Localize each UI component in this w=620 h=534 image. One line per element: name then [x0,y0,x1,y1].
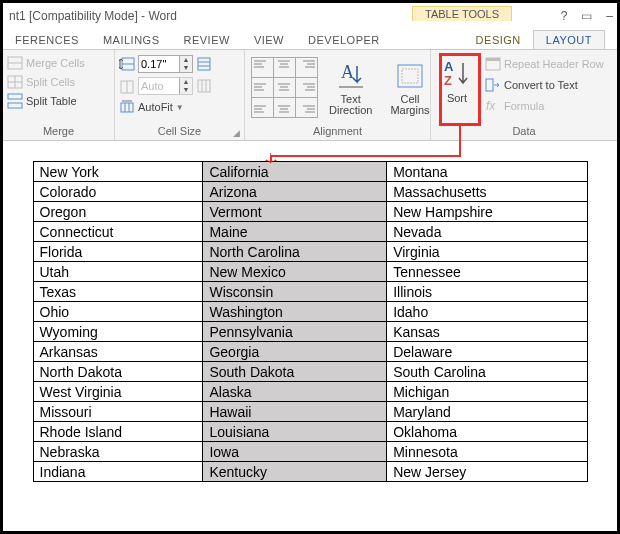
table-cell[interactable]: New Jersey [387,462,587,482]
table-cell[interactable]: Tennessee [387,262,587,282]
formula-button[interactable]: fx Formula [485,98,604,114]
table-cell[interactable]: Florida [33,242,203,262]
table-cell[interactable]: Kansas [387,322,587,342]
table-cell[interactable]: Rhode Island [33,422,203,442]
table-row[interactable]: WyomingPennsylvaniaKansas [33,322,587,342]
table-row[interactable]: IndianaKentuckyNew Jersey [33,462,587,482]
table-cell[interactable]: Hawaii [203,402,387,422]
table-cell[interactable]: Massachusetts [387,182,587,202]
row-height-spinner[interactable]: ▲▼ [138,55,193,73]
table-cell[interactable]: Nevada [387,222,587,242]
table-cell[interactable]: North Dakota [33,362,203,382]
table-cell[interactable]: Colorado [33,182,203,202]
cell-margins-button[interactable]: CellMargins [384,57,435,119]
table-cell[interactable]: Vermont [203,202,387,222]
table-row[interactable]: NebraskaIowaMinnesota [33,442,587,462]
tab-layout[interactable]: LAYOUT [533,30,605,49]
tab-references[interactable]: FERENCES [3,31,91,49]
tab-review[interactable]: REVIEW [171,31,241,49]
table-cell[interactable]: Kentucky [203,462,387,482]
convert-text-button[interactable]: Convert to Text [485,77,604,93]
table-cell[interactable]: Texas [33,282,203,302]
table-cell[interactable]: Idaho [387,302,587,322]
split-table-button[interactable]: Split Table [7,93,85,109]
table-cell[interactable]: Ohio [33,302,203,322]
table-cell[interactable]: Wisconsin [203,282,387,302]
table-cell[interactable]: South Carolina [387,362,587,382]
distribute-cols-icon[interactable] [196,78,212,94]
table-cell[interactable]: California [203,162,387,182]
row-height[interactable]: ▲▼ [119,55,212,73]
table-cell[interactable]: Pennsylvania [203,322,387,342]
table-cell[interactable]: Iowa [203,442,387,462]
tab-developer[interactable]: DEVELOPER [296,31,392,49]
table-row[interactable]: ArkansasGeorgiaDelaware [33,342,587,362]
table-row[interactable]: UtahNew MexicoTennessee [33,262,587,282]
spin-down[interactable]: ▼ [180,64,192,72]
table-row[interactable]: OhioWashingtonIdaho [33,302,587,322]
table-cell[interactable]: Arizona [203,182,387,202]
table-cell[interactable]: New Mexico [203,262,387,282]
tab-mailings[interactable]: MAILINGS [91,31,172,49]
autofit-button[interactable]: AutoFit ▼ [119,99,212,115]
text-direction-button[interactable]: A TextDirection [323,57,378,119]
convert-text-label: Convert to Text [504,79,578,91]
spin-down2[interactable]: ▼ [180,86,192,94]
row-height-input[interactable] [139,56,179,72]
table-cell[interactable]: Delaware [387,342,587,362]
table-cell[interactable]: Alaska [203,382,387,402]
table-cell[interactable]: Indiana [33,462,203,482]
table-cell[interactable]: Minnesota [387,442,587,462]
table-row[interactable]: New YorkCaliforniaMontana [33,162,587,182]
table-cell[interactable]: Georgia [203,342,387,362]
table-cell[interactable]: Maryland [387,402,587,422]
table-cell[interactable]: West Virginia [33,382,203,402]
table-cell[interactable]: Missouri [33,402,203,422]
repeat-header-button[interactable]: Repeat Header Row [485,56,604,72]
col-width-spinner[interactable]: ▲▼ [138,77,193,95]
table-cell[interactable]: Oregon [33,202,203,222]
table-cell[interactable]: Montana [387,162,587,182]
states-table[interactable]: New YorkCaliforniaMontanaColoradoArizona… [33,161,588,482]
table-row[interactable]: Rhode IslandLouisianaOklahoma [33,422,587,442]
table-cell[interactable]: North Carolina [203,242,387,262]
table-row[interactable]: TexasWisconsinIllinois [33,282,587,302]
table-row[interactable]: OregonVermontNew Hampshire [33,202,587,222]
table-cell[interactable]: Utah [33,262,203,282]
table-cell[interactable]: Virginia [387,242,587,262]
table-row[interactable]: MissouriHawaiiMaryland [33,402,587,422]
merge-cells-button[interactable]: Merge Cells [7,55,85,71]
table-cell[interactable]: Oklahoma [387,422,587,442]
table-row[interactable]: ColoradoArizonaMassachusetts [33,182,587,202]
ribbon-display-button[interactable]: ▭ [581,9,592,23]
table-row[interactable]: West VirginiaAlaskaMichigan [33,382,587,402]
table-cell[interactable]: Wyoming [33,322,203,342]
table-cell[interactable]: Illinois [387,282,587,302]
table-cell[interactable]: Michigan [387,382,587,402]
table-cell[interactable]: South Dakota [203,362,387,382]
table-cell[interactable]: Washington [203,302,387,322]
table-cell[interactable]: Louisiana [203,422,387,442]
table-cell[interactable]: Arkansas [33,342,203,362]
tab-view[interactable]: VIEW [242,31,296,49]
help-button[interactable]: ? [561,9,568,23]
split-cells-button[interactable]: Split Cells [7,74,85,90]
col-width[interactable]: ▲▼ [119,77,212,95]
col-width-input[interactable] [139,78,179,94]
table-cell[interactable]: Connecticut [33,222,203,242]
table-row[interactable]: ConnecticutMaineNevada [33,222,587,242]
table-cell[interactable]: Maine [203,222,387,242]
alignment-grid[interactable] [251,58,317,118]
cellsize-dialog-launcher[interactable]: ◢ [233,128,240,138]
minimize-button[interactable]: – [606,9,613,23]
table-row[interactable]: FloridaNorth CarolinaVirginia [33,242,587,262]
table-cell[interactable]: Nebraska [33,442,203,462]
spin-up2[interactable]: ▲ [180,78,192,86]
spin-up[interactable]: ▲ [180,56,192,64]
distribute-rows-icon[interactable] [196,56,212,72]
table-row[interactable]: North DakotaSouth DakotaSouth Carolina [33,362,587,382]
table-cell[interactable]: New York [33,162,203,182]
sort-button[interactable]: AZ Sort [435,52,479,104]
table-cell[interactable]: New Hampshire [387,202,587,222]
tab-design[interactable]: DESIGN [464,31,533,49]
